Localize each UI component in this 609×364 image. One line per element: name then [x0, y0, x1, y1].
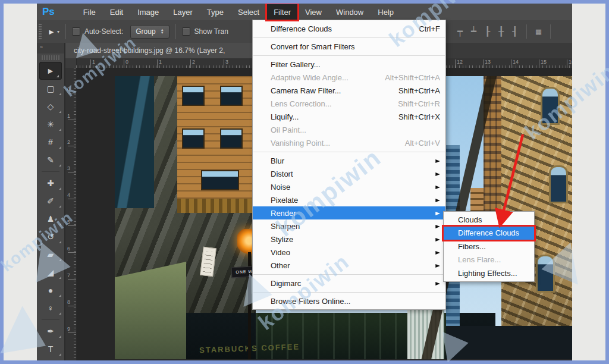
ruler-number: 7 — [67, 272, 70, 278]
green-corner-wall — [115, 262, 186, 359]
rectangular-marquee-tool[interactable]: ▢ — [37, 80, 64, 98]
filter-menu-item[interactable]: Stylize ▶ — [253, 233, 445, 246]
filter-menu-item[interactable]: ▶ — [253, 35, 445, 40]
arched-window — [549, 165, 568, 203]
menu-bar-item[interactable]: Layer — [166, 4, 200, 20]
tools-separator[interactable] — [37, 317, 64, 322]
filter-menu-item[interactable]: Filter Gallery... ▶ — [253, 58, 445, 71]
auto-align-layers-icon[interactable]: ▦ — [532, 26, 545, 37]
ruler-number: 1 — [92, 59, 95, 65]
ruler-number: 8 — [67, 299, 70, 305]
menu-bar-item[interactable]: Help — [371, 4, 401, 20]
filter-menu-item[interactable]: ▶ — [253, 272, 445, 277]
filter-menu-item[interactable]: ▶ — [253, 149, 445, 154]
submenu-arrow-icon: ▶ — [435, 224, 440, 229]
move-tool[interactable]: ► — [39, 62, 62, 80]
menu-bar-item[interactable]: Image — [130, 4, 166, 20]
menu-bar-item[interactable]: File — [76, 4, 103, 20]
ruler-number: 0 — [125, 59, 128, 65]
menu-bar: Ps FileEditImageLayerTypeSelectFilterVie… — [37, 4, 572, 21]
collapse-panel-icon[interactable]: » — [37, 43, 64, 54]
filter-menu-item[interactable]: Video ▶ — [253, 246, 445, 259]
divider — [175, 24, 176, 39]
filter-menu-item[interactable]: Liquify... Shift+Ctrl+X ▶ — [253, 110, 445, 123]
filter-menu-item[interactable]: Lens Correction... Shift+Ctrl+R ▶ — [253, 97, 445, 110]
blur-tool[interactable]: ● — [37, 281, 64, 299]
filter-menu-item[interactable]: Distort ▶ — [253, 167, 445, 180]
render-submenu-item[interactable]: Difference Clouds — [444, 227, 534, 240]
menu-bar-item[interactable]: Filter — [266, 4, 298, 20]
options-grip[interactable] — [39, 24, 42, 39]
paint-bucket-tool[interactable]: ◢ — [37, 263, 64, 281]
street-level-dark — [446, 326, 572, 359]
pen-tool[interactable]: ✒ — [37, 322, 64, 340]
window — [220, 128, 243, 149]
menu-bar-item[interactable]: Select — [231, 4, 266, 20]
filter-menu-item[interactable]: Camera Raw Filter... Shift+Ctrl+A ▶ — [253, 84, 445, 97]
filter-menu-item[interactable]: Adaptive Wide Angle... Alt+Shift+Ctrl+A … — [253, 71, 445, 84]
ruler-number: 14 — [513, 59, 519, 65]
menu-bar-items: FileEditImageLayerTypeSelectFilterViewWi… — [76, 4, 401, 20]
distribute-horizontal-centers-icon[interactable]: ╂ — [494, 26, 508, 37]
move-tool-option-icon[interactable]: ► ▾ — [48, 27, 59, 36]
eraser-tool[interactable]: ▰ — [37, 246, 64, 263]
arched-window — [541, 87, 560, 125]
submenu-arrow-icon: ▶ — [435, 250, 440, 255]
auto-select-target-dropdown[interactable]: Group ▲▼ — [130, 25, 169, 39]
filter-menu-item[interactable]: Difference Clouds Ctrl+F ▶ — [253, 22, 445, 35]
options-separator[interactable] — [550, 24, 551, 39]
ruler-number: 5 — [67, 219, 70, 225]
document-tab[interactable]: city-road-street-buildings.jpg @ 16.7% (… — [65, 43, 266, 58]
ruler-corner — [65, 58, 77, 68]
filter-menu-item[interactable]: Oil Paint... ▶ — [253, 123, 445, 136]
render-submenu-item[interactable]: Lens Flare... — [444, 253, 534, 267]
spot-healing-brush-tool[interactable]: ✚ — [37, 174, 64, 192]
menu-bar-item[interactable]: Window — [329, 4, 371, 20]
render-submenu-item[interactable]: Clouds — [444, 213, 534, 227]
show-transform-controls-checkbox[interactable] — [182, 27, 190, 36]
filter-menu-item[interactable]: Other ▶ — [253, 259, 445, 272]
type-tool[interactable]: T — [37, 340, 64, 358]
magic-wand-tool[interactable]: ✳ — [37, 115, 64, 133]
dodge-tool[interactable]: ♀ — [37, 299, 64, 317]
auto-select-label: Auto-Select: — [84, 27, 123, 36]
clone-stamp-tool[interactable]: ♟ — [37, 210, 64, 228]
filter-menu-item[interactable]: Browse Filters Online... ▶ — [253, 294, 445, 307]
tools-separator[interactable] — [37, 169, 64, 174]
panel-grip[interactable] — [42, 55, 59, 60]
align-top-edges-icon[interactable]: ┯ — [453, 26, 467, 37]
filter-menu-item[interactable]: Noise ▶ — [253, 180, 445, 193]
lasso-tool[interactable]: ◇ — [37, 98, 64, 115]
history-brush-tool[interactable]: ↺ — [37, 228, 64, 246]
menu-bar-item[interactable]: View — [298, 4, 329, 20]
ruler-number: 1 — [159, 59, 162, 65]
filter-menu-item[interactable]: Vanishing Point... Alt+Ctrl+V ▶ — [253, 136, 445, 149]
filter-menu-item[interactable]: Digimarc ▶ — [253, 277, 445, 290]
eyedropper-tool[interactable]: ✎ — [37, 151, 64, 169]
auto-select-checkbox[interactable] — [72, 27, 80, 36]
filter-dropdown-menu: Difference Clouds Ctrl+F ▶ ▶ Convert for… — [252, 20, 446, 310]
filter-menu-item[interactable]: Sharpen ▶ — [253, 219, 445, 233]
tool-buttons: ►▢◇✳#✎✚✐♟↺▰◢●♀✒T — [37, 62, 64, 358]
filter-menu-item[interactable]: ▶ — [253, 53, 445, 58]
distribute-right-edges-icon[interactable]: ┨ — [508, 26, 522, 37]
ruler-number: 3 — [67, 165, 70, 171]
options-separator[interactable] — [526, 24, 527, 39]
distribute-left-edges-icon[interactable]: ┠ — [481, 26, 494, 37]
filter-menu-item[interactable]: Pixelate ▶ — [253, 193, 445, 206]
menu-bar-item[interactable]: Edit — [103, 4, 130, 20]
ruler-number: 4 — [67, 192, 70, 198]
render-submenu-item[interactable]: Lighting Effects... — [444, 266, 534, 280]
filter-menu-item[interactable]: Convert for Smart Filters ▶ — [253, 40, 445, 53]
ruler-number: 6 — [67, 246, 70, 252]
filter-menu-item[interactable]: Render ▶ — [253, 206, 445, 219]
menu-bar-item[interactable]: Type — [200, 4, 231, 20]
render-submenu-item[interactable]: Fibers... — [444, 240, 534, 253]
crop-tool[interactable]: # — [37, 133, 64, 151]
align-bottom-edges-icon[interactable]: ┷ — [467, 26, 481, 37]
brush-tool[interactable]: ✐ — [37, 192, 64, 210]
filter-menu-item[interactable]: ▶ — [253, 290, 445, 294]
filter-menu-item[interactable]: Blur ▶ — [253, 154, 445, 167]
ruler-number: 0 — [67, 86, 70, 92]
screenshot-stage: Ps FileEditImageLayerTypeSelectFilterVie… — [0, 0, 609, 364]
